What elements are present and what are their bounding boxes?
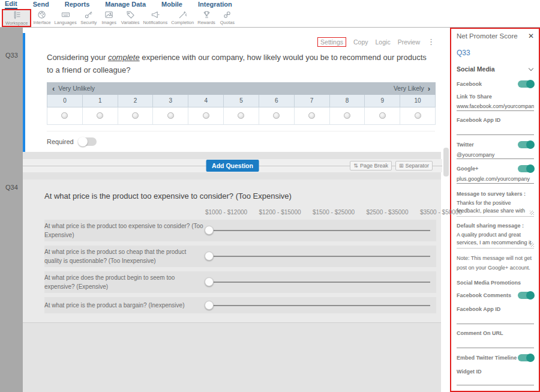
menu-item-send[interactable]: Send (33, 1, 49, 8)
price-slider-too-inexpensive[interactable] (205, 252, 430, 261)
menu-item-edit[interactable]: Edit (5, 0, 17, 9)
menu-item-mobile[interactable]: Mobile (161, 1, 182, 8)
price-slider-too-expensive[interactable] (205, 226, 430, 235)
facebook-label: Facebook (457, 81, 482, 87)
panel-question-code: Q33 (457, 49, 534, 57)
close-icon[interactable]: ✕ (528, 32, 534, 40)
slider-knob[interactable] (205, 277, 214, 286)
page-break-button[interactable]: ⇅Page Break (350, 161, 392, 170)
comment-on-url-input[interactable] (457, 337, 534, 348)
nps-radio-0[interactable] (47, 107, 82, 124)
settings-button[interactable]: Settings (317, 37, 346, 47)
slider-knob[interactable] (205, 252, 214, 261)
link-to-share-input[interactable] (457, 101, 534, 111)
nps-radio-6[interactable] (259, 107, 294, 124)
edit-toolbar: Workspace Interface Languages Security I… (0, 9, 540, 28)
facebook-app-id-2-input[interactable] (457, 313, 534, 324)
toolbar-item-security[interactable]: Security (79, 9, 99, 27)
nps-radio-10[interactable] (400, 107, 435, 124)
column-header: $3500 - $50000 (420, 209, 462, 216)
nps-value: 4 (188, 95, 223, 107)
nps-radio-9[interactable] (365, 107, 400, 124)
nps-radio-1[interactable] (83, 107, 118, 124)
copy-button[interactable]: Copy (353, 38, 368, 46)
toolbar-label: Completion (171, 20, 194, 25)
slider-row-label: At what price is the product so cheap th… (44, 247, 203, 265)
facebook-comments-toggle[interactable] (518, 292, 534, 299)
slider-row-label: At what price does the product begin to … (44, 273, 203, 291)
toolbar-item-workspace[interactable]: Workspace (2, 9, 31, 27)
toolbar-item-languages[interactable]: Languages (53, 9, 79, 27)
question-number-gutter: Q33 Q34 (0, 28, 23, 392)
price-slider-expensive[interactable] (205, 277, 430, 286)
default-sharing-message-textarea[interactable]: A quality product and great services, I … (457, 231, 534, 248)
add-question-row: Add Question ⇅Page Break ⊞Separator (23, 159, 442, 172)
message-to-survey-takers-label: Message to survey takers : (457, 191, 534, 197)
toolbar-item-completion[interactable]: Completion (169, 9, 196, 27)
google-plus-url-input[interactable] (457, 174, 534, 184)
required-toggle[interactable] (79, 137, 97, 146)
more-options-icon[interactable]: ⋮ (427, 39, 435, 45)
google-plus-toggle[interactable] (518, 165, 534, 172)
nps-radio-5[interactable] (224, 107, 259, 124)
facebook-toggle[interactable] (518, 80, 534, 88)
social-media-section-header[interactable]: Social Media (457, 65, 534, 73)
toolbar-item-quotas[interactable]: Quotas (217, 9, 238, 27)
nps-value: 5 (224, 95, 259, 107)
nps-radio-2[interactable] (118, 107, 153, 124)
logic-button[interactable]: Logic (376, 38, 391, 46)
question-text-q33[interactable]: Considering your complete experience wit… (47, 52, 435, 77)
page-break-label: Page Break (360, 163, 388, 169)
variables-tag-icon (126, 10, 135, 19)
scale-right-arrow-icon[interactable]: › (428, 85, 430, 92)
question-text-q34[interactable]: At what price is the product too expensi… (44, 191, 436, 201)
radio-icon (97, 112, 103, 119)
facebook-app-id-input[interactable] (457, 124, 534, 135)
menu-item-reports[interactable]: Reports (65, 1, 90, 8)
twitter-handle-input[interactable] (457, 149, 534, 159)
toolbar-item-images[interactable]: Images (99, 9, 119, 27)
scrollbar-thumb[interactable] (443, 148, 449, 176)
separator-button[interactable]: ⊞Separator (395, 161, 433, 170)
default-message-textarea-wrap: A quality product and great services, I … (457, 231, 534, 249)
radio-icon (238, 112, 244, 119)
preview-button[interactable]: Preview (398, 38, 420, 46)
nps-radio-4[interactable] (188, 107, 223, 124)
slider-knob[interactable] (205, 301, 214, 310)
toolbar-item-interface[interactable]: Interface (31, 9, 52, 27)
nps-value: 2 (118, 95, 153, 107)
nps-radio-7[interactable] (295, 107, 329, 124)
message-to-survey-takers-textarea[interactable]: Thanks for the positive feedback!, pleas… (457, 199, 534, 216)
survey-canvas: Settings Copy Logic Preview ⋮ Considerin… (23, 28, 450, 392)
add-question-button[interactable]: Add Question (206, 160, 259, 172)
column-header: $1200 - $15000 (259, 209, 301, 216)
price-slider-inexpensive[interactable] (205, 301, 430, 310)
widget-id-input[interactable] (457, 376, 534, 385)
nps-radio-8[interactable] (330, 107, 365, 124)
canvas-empty-area (23, 323, 441, 392)
toolbar-item-notifications[interactable]: Notifications (141, 9, 169, 27)
embed-twitter-timeline-row: Embed Twitter Timeline (457, 354, 534, 361)
menu-item-integration[interactable]: Integration (198, 1, 232, 8)
toolbar-item-rewards[interactable]: Rewards (196, 9, 217, 27)
twitter-toggle[interactable] (518, 141, 534, 148)
facebook-comments-label: Facebook Comments (457, 292, 511, 298)
panel-title: Net Promoter Score (457, 32, 518, 40)
toolbar-item-variables[interactable]: Variables (119, 9, 142, 27)
scale-left-arrow-icon[interactable]: ‹ (52, 85, 55, 92)
embed-twitter-timeline-toggle[interactable] (518, 354, 534, 361)
column-header: $1000 - $12000 (205, 209, 247, 216)
toolbar-label: Images (101, 20, 116, 25)
resize-grip-icon[interactable] (530, 243, 534, 247)
toolbar-label: Variables (121, 20, 140, 25)
toolbar-label: Security (80, 20, 97, 25)
link-to-share-label: Link To Share (457, 94, 534, 100)
nps-value: 3 (153, 95, 188, 107)
menu-item-manage-data[interactable]: Manage Data (105, 1, 146, 8)
slider-row: At what price is the product a bargain? … (44, 297, 436, 313)
slider-knob[interactable] (205, 226, 214, 235)
completion-wand-icon (178, 10, 187, 19)
nps-radio-3[interactable] (153, 107, 188, 124)
nps-value: 8 (330, 95, 365, 107)
resize-grip-icon[interactable] (530, 211, 534, 215)
